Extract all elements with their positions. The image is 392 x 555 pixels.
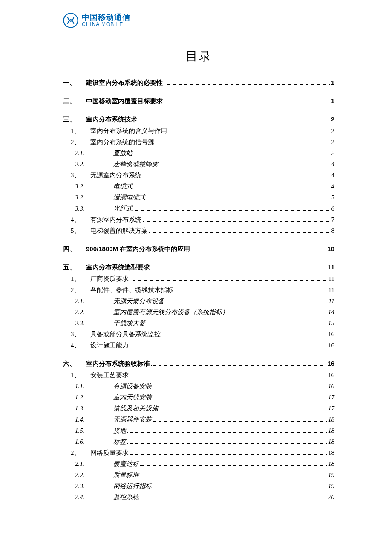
toc-entry-label: 覆盖达标 [113,460,139,468]
toc-entry[interactable]: 2.4.监控系统20 [75,493,334,501]
toc-entry[interactable]: 1、安装工艺要求16 [71,371,334,379]
toc-entry-number: 4、 [71,341,90,350]
toc-entry-page: 17 [328,405,334,412]
toc-entry-label: 质量标准 [113,471,139,479]
toc-entry-page: 16 [328,372,334,379]
toc-entry[interactable]: 2、室内分布系统的信号源2 [71,138,334,146]
toc-leader-dots [153,484,327,489]
toc-entry-page: 4 [331,172,335,179]
toc-entry-label: 建设室内分布系统的必要性 [86,79,163,87]
toc-entry[interactable]: 2.3.干线放大器15 [75,319,334,327]
toc-leader-dots [166,299,327,304]
toc-entry[interactable]: 1.6.标签18 [75,438,334,446]
toc-entry[interactable]: 四、900/1800M 在室内分布系统中的应用10 [63,245,334,253]
toc-entry-label: 电缆式 [113,182,133,191]
toc-entry[interactable]: 2.1.无源天馈分布设备11 [75,297,334,305]
toc-entry[interactable]: 2.1.直放站2 [75,149,334,157]
toc-entry[interactable]: 3.2.泄漏电缆式5 [75,194,334,202]
toc-entry-page: 11 [329,298,334,305]
toc-entry[interactable]: 2.1.覆盖达标18 [75,460,334,468]
toc-entry-number: 3.3. [75,205,113,212]
toc-entry[interactable]: 4、有源室内分布系统7 [71,216,334,224]
toc-entry-page: 4 [331,183,335,190]
toc-entry-page: 11 [329,286,334,294]
toc-entry-page: 18 [328,460,334,468]
toc-entry-page: 16 [328,331,334,338]
toc-entry-label: 室内分布系统验收标准 [86,360,150,368]
toc-entry-number: 1.1. [75,383,113,390]
toc-entry[interactable]: 三、室内分布系统技术2 [63,116,334,124]
toc-entry-label: 有源室内分布系统 [90,216,141,224]
toc-entry-page: 19 [328,483,334,490]
toc-leader-dots [162,332,327,337]
toc-leader-dots [130,373,327,378]
toc-entry-page: 15 [328,320,334,327]
toc-leader-dots [147,195,330,200]
toc-entry[interactable]: 1、室内分布系统的含义与作用2 [71,127,334,135]
toc-leader-dots [140,473,327,477]
toc-entry[interactable]: 1.4.无源器件安装18 [75,416,334,424]
toc-entry-page: 2 [331,150,335,157]
toc-entry[interactable]: 2.2.质量标准19 [75,471,334,479]
toc-leader-dots [153,395,327,400]
toc-entry-page: 18 [328,427,334,434]
toc-entry[interactable]: 2、各配件、器件、缆线技术指标11 [71,286,334,294]
toc-leader-dots [130,277,327,281]
toc-entry[interactable]: 1.2.室内天线安装17 [75,393,334,402]
toc-entry-number: 六、 [63,360,86,368]
toc-entry-label: 接地 [113,427,126,435]
toc-entry[interactable]: 3.3.光纤式6 [75,205,334,213]
toc-entry[interactable]: 3、无源室内分布系统4 [71,171,334,179]
toc-entry-number: 1.5. [75,427,113,434]
toc-entry[interactable]: 2、网络质量要求18 [71,449,334,457]
toc-entry-number: 4、 [71,216,90,224]
toc-leader-dots [149,228,330,233]
toc-entry-page: 18 [328,416,334,423]
toc-entry-number: 1、 [71,127,90,135]
toc-entry-number: 2、 [71,138,90,146]
toc-entry-page: 1 [331,97,334,104]
toc-entry[interactable]: 二、中国移动室内覆盖目标要求1 [63,97,334,105]
toc-leader-dots [143,173,330,178]
toc-entry[interactable]: 3、具备或部分具备系统监控16 [71,330,334,338]
toc-entry-label: 有源设备安装 [113,382,152,390]
toc-entry-label: 干线放大器 [113,319,145,327]
toc-leader-dots [130,451,327,455]
toc-entry[interactable]: 五、室内分布系统选型要求11 [63,263,334,272]
toc-leader-dots [143,217,330,222]
toc-leader-dots [138,117,330,122]
toc-entry-label: 设计施工能力 [90,341,129,350]
toc-entry[interactable]: 1.5.接地18 [75,427,334,435]
toc-entry[interactable]: 2.3.网络运行指标19 [75,482,334,490]
page-title: 目录 [63,48,334,64]
toc-entry-number: 一、 [63,79,86,87]
toc-entry-page: 17 [328,394,334,401]
toc-entry-label: 室内分布系统的含义与作用 [90,127,167,135]
toc-entry[interactable]: 2.2.宏蜂窝或微蜂窝4 [75,160,334,168]
toc-entry-label: 各配件、器件、缆线技术指标 [90,286,173,294]
toc-leader-dots [134,151,330,156]
toc-leader-dots [147,321,327,326]
toc-leader-dots [164,81,330,85]
toc-entry[interactable]: 六、室内分布系统验收标准16 [63,360,334,368]
toc-entry[interactable]: 一、建设室内分布系统的必要性1 [63,79,334,87]
toc-entry[interactable]: 5、电梯覆盖的解决方案8 [71,227,334,235]
toc-leader-dots [127,428,327,433]
toc-entry-label: 馈线及相关设施 [113,405,158,413]
toc-entry-page: 18 [328,449,334,457]
toc-entry-label: 光纤式 [113,205,133,213]
toc-entry[interactable]: 3.2.电缆式4 [75,182,334,191]
toc-entry[interactable]: 2.2.室内覆盖有源天线分布设备（系统指标）14 [75,308,334,316]
toc-entry-label: 无源器件安装 [113,416,152,424]
toc-entry-page: 2 [331,116,334,123]
toc-entry[interactable]: 1.1.有源设备安装16 [75,382,334,390]
toc-entry[interactable]: 4、设计施工能力16 [71,341,334,350]
toc-entry[interactable]: 1.3.馈线及相关设施17 [75,405,334,413]
toc-leader-dots [127,439,327,444]
toc-entry-label: 电梯覆盖的解决方案 [90,227,148,235]
toc-entry[interactable]: 1、厂商资质要求11 [71,275,334,283]
toc-entry-page: 20 [328,494,334,501]
toc-leader-dots [164,99,330,104]
toc-entry-number: 2.4. [75,494,113,501]
toc-entry-label: 室内分布系统的信号源 [90,138,154,146]
